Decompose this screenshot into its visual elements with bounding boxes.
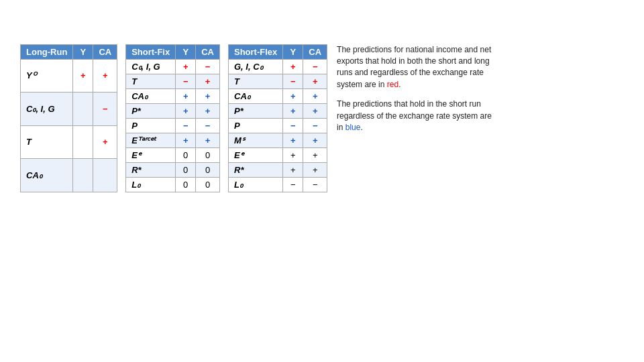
table-row: R*++ [229,162,327,177]
table-row: C₀, I, G+− [126,59,220,74]
cell-y: − [283,74,303,88]
cell-ca: 0 [196,177,220,192]
table-row: C₀, I, G− [21,93,117,126]
short-flex-header-label: Short-Flex [229,44,283,59]
note1-red: red [387,80,398,89]
cell-y: − [283,118,303,133]
row-label: CA₀ [21,159,73,192]
cell-y [73,159,93,192]
row-label: T [126,74,176,88]
cell-y: + [283,147,303,162]
cell-ca: − [303,59,327,74]
row-label: L₀ [126,177,176,192]
cell-ca: 0 [196,147,220,162]
table-row: Eᵉ++ [229,147,327,162]
table-row: Mˢ++ [229,133,327,147]
cell-y: + [283,59,303,74]
short-flex-table: Short-Flex Y CA G, I, C₀+−T−+CA₀++P*++P−… [228,44,327,192]
short-flex-header-ca: CA [303,44,327,59]
cell-ca: − [303,118,327,133]
table-row: T−+ [229,74,327,88]
note2-blue: blue [345,123,361,132]
row-label: Eᵉ [126,147,176,162]
cell-y: + [176,103,196,118]
side-notes: The predictions for national income and … [337,44,494,142]
cell-ca: − [196,59,220,74]
cell-ca: + [303,88,327,103]
cell-y: − [283,177,303,192]
table-row: T+ [21,125,117,159]
cell-ca: + [303,162,327,177]
tables-area: Long-Run Y CA Yᴼ++C₀, I, G−T+CA₀ Short-F… [20,44,327,192]
cell-ca: − [303,177,327,192]
table-row: T−+ [126,74,220,88]
cell-y: + [73,59,93,93]
note1: The predictions for national income and … [337,44,494,91]
table-row: CA₀ [21,159,117,192]
cell-ca: − [93,93,117,126]
cell-y [73,93,93,126]
cell-ca: + [196,133,220,147]
row-label: P* [126,103,176,118]
cell-ca: + [303,74,327,88]
cell-ca: + [196,88,220,103]
long-run-header-label: Long-Run [21,44,73,59]
row-label: P [126,118,176,133]
table-row: Yᴼ++ [21,59,117,93]
row-label: Mˢ [229,133,283,147]
short-fix-table: Short-Fix Y CA C₀, I, G+−T−+CA₀++P*++P−−… [125,44,220,192]
table-row: P−− [229,118,327,133]
row-label: CA₀ [126,88,176,103]
row-label: Eᵉ [229,147,283,162]
row-label: P* [229,103,283,118]
long-run-table: Long-Run Y CA Yᴼ++C₀, I, G−T+CA₀ [20,44,117,192]
cell-ca: + [303,147,327,162]
row-label: CA₀ [229,88,283,103]
cell-y: + [176,133,196,147]
cell-ca: − [196,118,220,133]
cell-ca: + [196,74,220,88]
table-row: Eᵀᵃʳᶜᵉᵗ++ [126,133,220,147]
cell-ca [93,159,117,192]
row-label: Yᴼ [21,59,73,93]
table-row: Eᵉ00 [126,147,220,162]
page-title [20,12,624,35]
table-row: L₀−− [229,177,327,192]
cell-y: − [176,118,196,133]
row-label: T [21,125,73,159]
cell-ca: + [303,103,327,118]
cell-y: + [176,88,196,103]
cell-ca: + [93,125,117,159]
row-label: R* [126,162,176,177]
row-label: G, I, C₀ [229,59,283,74]
short-fix-header-y: Y [176,44,196,59]
cell-ca: + [196,103,220,118]
row-label: P [229,118,283,133]
table-row: P−− [126,118,220,133]
row-label: L₀ [229,177,283,192]
page: Long-Run Y CA Yᴼ++C₀, I, G−T+CA₀ Short-F… [0,0,644,362]
cell-y: + [283,103,303,118]
cell-y: + [176,59,196,74]
table-row: CA₀++ [126,88,220,103]
long-run-header-ca: CA [93,44,117,59]
table-row: P*++ [229,103,327,118]
cell-y: 0 [176,162,196,177]
cell-y: − [176,74,196,88]
cell-y: 0 [176,177,196,192]
row-label: R* [229,162,283,177]
short-fix-header-label: Short-Fix [126,44,176,59]
table-row: CA₀++ [229,88,327,103]
cell-y [73,125,93,159]
short-flex-header-y: Y [283,44,303,59]
table-row: L₀00 [126,177,220,192]
note2: The predictions that hold in the short r… [337,99,494,133]
long-run-header-y: Y [73,44,93,59]
cell-y: + [283,133,303,147]
cell-ca: + [303,133,327,147]
short-fix-header-ca: CA [196,44,220,59]
cell-y: 0 [176,147,196,162]
row-label: Eᵀᵃʳᶜᵉᵗ [126,133,176,147]
cell-ca: 0 [196,162,220,177]
row-label: T [229,74,283,88]
